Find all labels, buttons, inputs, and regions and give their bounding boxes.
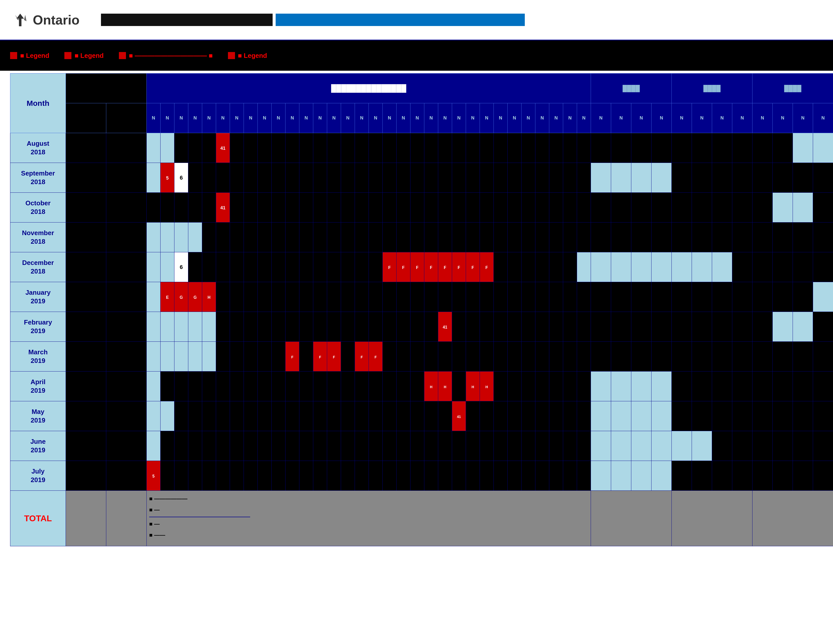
- row-jul2019: July2019 5: [10, 461, 833, 491]
- month-label-jun2019: June2019: [10, 431, 66, 461]
- month-label-nov2018: November2018: [10, 222, 66, 252]
- month-label-oct2018: October2018: [10, 193, 66, 222]
- main-area: Month ███████████████ ████ ████ ████ ███…: [0, 73, 833, 546]
- legend-box-1: [10, 52, 17, 59]
- row-may2019: May2019 41: [10, 401, 833, 431]
- svg-marker-2: [24, 15, 26, 21]
- col-group-r2: ████: [672, 74, 753, 103]
- legend-box-2: [64, 52, 71, 59]
- total-row: TOTAL ■ —————— ■ — ■ — ■ ——: [10, 491, 833, 546]
- col-group-main: ███████████████: [147, 74, 591, 103]
- page-header: Ontario: [0, 0, 833, 40]
- col-group-1: [66, 74, 147, 103]
- legend-label-1: ■ Legend: [20, 52, 49, 60]
- svg-marker-0: [16, 14, 24, 26]
- row-sep2018: September2018 5 6: [10, 163, 833, 193]
- total-notes: ■ —————— ■ — ■ — ■ ——: [147, 491, 591, 546]
- legend-label-4: ■ Legend: [238, 52, 267, 60]
- legend-item-3: ■ ——————————— ■: [119, 52, 213, 60]
- row-oct2018: October2018 41: [10, 193, 833, 222]
- header-row-1: Month ███████████████ ████ ████ ████ ███: [10, 74, 833, 103]
- legend-label-2: ■ Legend: [74, 52, 103, 60]
- col-group-r1: ████: [591, 74, 672, 103]
- col-group-r3: ████: [753, 74, 833, 103]
- sub-col-2: [106, 103, 147, 133]
- row-apr2019: April2019 H H H H: [10, 372, 833, 401]
- header-title: [96, 14, 823, 26]
- sub-col-1: [66, 103, 106, 133]
- row-feb2019: February2019 41: [10, 312, 833, 342]
- legend-box-3: [119, 52, 126, 59]
- row-dec2018: December2018 6 F F F F F F F F: [10, 252, 833, 282]
- month-label-jul2019: July2019: [10, 461, 66, 491]
- logo-area: Ontario: [10, 12, 96, 27]
- month-col-header: Month: [10, 74, 66, 133]
- month-label-aug2018: August2018: [10, 133, 66, 163]
- total-label: TOTAL: [10, 491, 66, 546]
- legend-row: ■ Legend ■ Legend ■ ——————————— ■ ■ Lege…: [0, 40, 833, 71]
- data-table: Month ███████████████ ████ ████ ████ ███…: [10, 73, 833, 546]
- month-label-feb2019: February2019: [10, 312, 66, 342]
- month-label-sep2018: September2018: [10, 163, 66, 193]
- row-jun2019: June2019: [10, 431, 833, 461]
- month-label-apr2019: April2019: [10, 372, 66, 401]
- month-label-jan2019: January2019: [10, 282, 66, 312]
- legend-item-1: ■ Legend: [10, 52, 49, 60]
- month-label-mar2019: March2019: [10, 342, 66, 372]
- logo-text: Ontario: [33, 12, 79, 27]
- month-label-may2019: May2019: [10, 401, 66, 431]
- month-label-dec2018: December2018: [10, 252, 66, 282]
- row-jan2019: January2019 E G G H: [10, 282, 833, 312]
- legend-box-4: [228, 52, 235, 59]
- row-august-2018: August2018 41: [10, 133, 833, 163]
- ontario-logo-icon: [10, 12, 30, 27]
- header-row-2: N N N N N N N N N N N N N N N N N N N N …: [10, 103, 833, 133]
- legend-item-2: ■ Legend: [64, 52, 103, 60]
- legend-item-4: ■ Legend: [228, 52, 267, 60]
- legend-label-3: ■ ——————————— ■: [129, 52, 213, 60]
- row-mar2019: March2019 F F F F F: [10, 342, 833, 372]
- row-nov2018: November2018: [10, 222, 833, 252]
